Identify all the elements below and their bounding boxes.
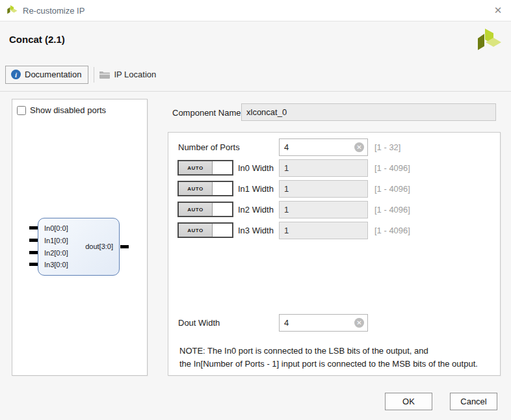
note-line-1: NOTE: The In0 port is connected to the L…	[179, 346, 428, 356]
ip-location-label: IP Location	[114, 70, 156, 79]
in3-width-row: AUTO In3 Width [1 - 4096]	[168, 222, 500, 239]
port-stub-in1	[29, 239, 38, 242]
component-name-field	[241, 103, 496, 121]
port-label-in1: In1[0:0]	[44, 237, 68, 244]
in2-width-row: AUTO In2 Width [1 - 4096]	[168, 201, 500, 218]
window-title: Re-customize IP	[23, 6, 491, 16]
note-line-2: the In[Number of Ports - 1] input port i…	[179, 359, 478, 369]
in2-auto-toggle[interactable]: AUTO	[177, 202, 233, 217]
clear-icon[interactable]: ✕	[354, 142, 364, 152]
close-icon[interactable]: ✕	[491, 4, 504, 17]
port-label-in2: In2[0:0]	[44, 249, 68, 257]
ports-preview-panel: Show disabled ports In0[0:0] In1[0:0] In…	[12, 99, 148, 376]
dout-width-label: Dout Width	[178, 318, 220, 328]
in2-width-label: In2 Width	[238, 205, 274, 215]
in2-width-input	[279, 201, 368, 218]
number-of-ports-row: Number of Ports ✕ [1 - 32]	[168, 138, 500, 156]
xilinx-logo-icon	[7, 5, 18, 16]
show-disabled-ports-checkbox[interactable]	[17, 106, 26, 115]
in0-width-row: AUTO In0 Width [1 - 4096]	[168, 159, 500, 177]
xilinx-logo	[477, 29, 501, 55]
in0-width-range: [1 - 4096]	[374, 163, 410, 173]
auto-toggle-label: AUTO	[179, 203, 213, 216]
in0-width-input	[279, 159, 368, 177]
parameters-groupbox: Number of Ports ✕ [1 - 32] AUTO In0 Widt…	[168, 132, 501, 376]
show-disabled-ports-row[interactable]: Show disabled ports	[17, 105, 147, 115]
toolbar: i Documentation IP Location	[5, 65, 156, 84]
ok-button[interactable]: OK	[385, 393, 432, 410]
auto-toggle-label: AUTO	[179, 161, 213, 174]
dout-width-row: Dout Width ✕	[168, 314, 500, 332]
ip-location-button[interactable]: IP Location	[99, 70, 156, 79]
header-separator	[0, 91, 511, 92]
in1-width-row: AUTO In1 Width [1 - 4096]	[168, 180, 500, 198]
in3-width-input	[279, 222, 368, 239]
port-label-in0: In0[0:0]	[44, 224, 68, 232]
auto-toggle-label: AUTO	[179, 182, 213, 195]
port-stub-dout	[120, 245, 129, 248]
in0-width-label: In0 Width	[238, 163, 274, 173]
title-bar: Re-customize IP ✕	[0, 0, 511, 21]
in1-width-input	[279, 180, 368, 198]
port-stub-in0	[29, 226, 38, 230]
in3-width-range: [1 - 4096]	[374, 226, 410, 235]
port-stub-in3	[29, 263, 38, 266]
in3-width-label: In3 Width	[238, 226, 274, 235]
port-label-in3: In3[0:0]	[44, 261, 68, 269]
number-of-ports-label: Number of Ports	[178, 142, 240, 152]
cancel-button[interactable]: Cancel	[450, 393, 497, 410]
page-title: Concat (2.1)	[9, 34, 65, 45]
in1-width-range: [1 - 4096]	[374, 184, 410, 194]
in3-auto-toggle[interactable]: AUTO	[177, 222, 233, 238]
toolbar-divider	[94, 67, 94, 83]
documentation-button[interactable]: i Documentation	[5, 66, 88, 84]
in1-width-label: In1 Width	[238, 184, 274, 194]
in1-auto-toggle[interactable]: AUTO	[177, 181, 233, 196]
show-disabled-ports-label: Show disabled ports	[30, 105, 106, 115]
ip-block-diagram: In0[0:0] In1[0:0] In2[0:0] In3[0:0] dout…	[38, 218, 120, 276]
in2-width-range: [1 - 4096]	[374, 205, 410, 215]
port-label-dout: dout[3:0]	[85, 243, 113, 250]
documentation-label: Documentation	[25, 70, 81, 79]
clear-icon[interactable]: ✕	[354, 318, 364, 328]
port-stub-in2	[29, 251, 38, 254]
number-of-ports-range: [1 - 32]	[374, 142, 400, 152]
auto-toggle-label: AUTO	[179, 224, 213, 237]
info-icon: i	[11, 70, 21, 79]
component-name-label: Component Name	[172, 108, 241, 118]
folder-icon	[99, 70, 110, 79]
in0-auto-toggle[interactable]: AUTO	[177, 160, 233, 176]
